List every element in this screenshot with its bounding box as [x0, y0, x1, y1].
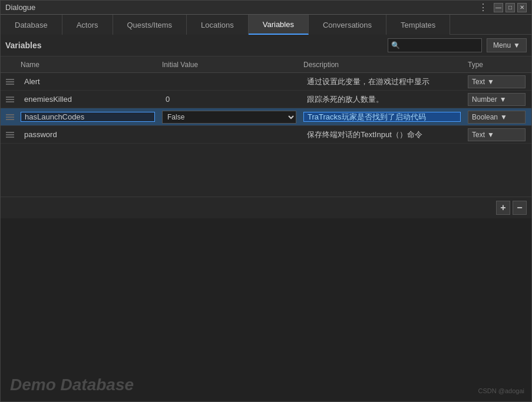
drag-handle-icon — [6, 77, 14, 87]
remove-variable-button[interactable]: − — [513, 201, 527, 215]
description-input[interactable] — [303, 95, 461, 104]
value-input[interactable] — [162, 95, 296, 104]
type-dropdown[interactable]: Number ▼ — [468, 93, 526, 106]
variables-toolbar: Variables 🔍 Menu ▼ — [1, 35, 531, 57]
value-input[interactable] — [162, 77, 296, 86]
type-value: Text — [472, 78, 485, 86]
value-select[interactable]: False True — [162, 111, 296, 124]
type-cell: Text ▼ — [464, 75, 529, 88]
search-wrap: 🔍 — [388, 38, 482, 52]
section-title: Variables — [5, 41, 383, 50]
value-input[interactable] — [162, 130, 296, 139]
variables-area: Variables 🔍 Menu ▼ Name Initial Value De… — [1, 35, 531, 218]
description-input[interactable] — [303, 77, 461, 86]
table-row[interactable]: Number ▼ — [1, 91, 531, 108]
type-cell: Boolean ▼ — [464, 111, 529, 124]
type-arrow-icon: ▼ — [487, 131, 494, 139]
type-arrow-icon: ▼ — [500, 113, 507, 121]
title-controls: ⋮ — □ ✕ — [478, 2, 527, 13]
th-name: Name — [17, 61, 158, 69]
type-value: Number — [472, 95, 497, 104]
tab-conversations[interactable]: Conversations — [309, 15, 386, 35]
table-row[interactable]: Text ▼ — [1, 126, 531, 144]
title-bar: Dialogue ⋮ — □ ✕ — [1, 1, 531, 15]
value-cell — [158, 130, 300, 139]
tab-quests-items[interactable]: Quests/Items — [113, 15, 187, 35]
content-area: Variables 🔍 Menu ▼ Name Initial Value De… — [1, 35, 531, 401]
drag-handle-icon — [6, 112, 14, 122]
drag-handle-cell — [3, 77, 17, 87]
drag-handle-icon — [6, 94, 14, 105]
value-dropdown-wrap: False True — [162, 111, 296, 124]
drag-handle-cell — [3, 129, 17, 140]
table-row[interactable]: Text ▼ — [1, 73, 531, 91]
more-options-icon[interactable]: ⋮ — [478, 2, 488, 13]
bottom-toolbar: + − — [1, 197, 531, 218]
name-cell — [17, 130, 158, 139]
type-dropdown[interactable]: Text ▼ — [468, 75, 526, 88]
minimize-button[interactable]: — — [494, 3, 503, 12]
main-window: Dialogue ⋮ — □ ✕ Database Actors Quests/… — [0, 0, 532, 402]
value-cell: False True — [158, 111, 300, 124]
drag-handle-cell — [3, 94, 17, 105]
name-input[interactable] — [21, 77, 155, 86]
type-dropdown[interactable]: Text ▼ — [468, 128, 526, 141]
type-cell: Text ▼ — [464, 128, 529, 141]
description-cell — [300, 95, 464, 104]
name-cell — [17, 77, 158, 86]
search-input[interactable] — [388, 38, 482, 52]
th-type: Type — [464, 61, 529, 69]
value-cell — [158, 95, 300, 104]
th-initial-value: Initial Value — [158, 61, 300, 69]
add-variable-button[interactable]: + — [496, 201, 510, 215]
tab-actors[interactable]: Actors — [62, 15, 113, 35]
table-body: Text ▼ — [1, 73, 531, 197]
drag-handle-icon — [6, 129, 14, 140]
type-dropdown[interactable]: Boolean ▼ — [468, 111, 526, 124]
name-input[interactable] — [21, 112, 155, 122]
description-cell — [300, 77, 464, 87]
tab-templates[interactable]: Templates — [386, 15, 450, 35]
menu-button[interactable]: Menu ▼ — [487, 38, 527, 52]
window-title: Dialogue — [5, 3, 478, 12]
name-cell — [17, 112, 158, 122]
description-input[interactable] — [303, 112, 461, 122]
type-value: Boolean — [472, 113, 498, 121]
value-cell — [158, 77, 300, 86]
table-row[interactable]: False True Boolean ▼ — [1, 108, 531, 126]
description-cell — [300, 130, 464, 139]
name-cell — [17, 95, 158, 104]
tab-database[interactable]: Database — [1, 15, 62, 35]
th-description: Description — [300, 61, 464, 69]
tab-locations[interactable]: Locations — [187, 15, 249, 35]
type-arrow-icon: ▼ — [487, 78, 494, 86]
type-cell: Number ▼ — [464, 93, 529, 106]
name-input[interactable] — [21, 95, 155, 104]
description-input[interactable] — [303, 130, 461, 139]
type-value: Text — [472, 131, 485, 139]
close-button[interactable]: ✕ — [517, 3, 527, 12]
name-input[interactable] — [21, 130, 155, 139]
lower-empty-area — [1, 218, 531, 402]
tab-bar: Database Actors Quests/Items Locations V… — [1, 15, 531, 35]
maximize-button[interactable]: □ — [505, 3, 515, 12]
table-header: Name Initial Value Description Type — [1, 57, 531, 73]
type-arrow-icon: ▼ — [500, 95, 507, 104]
tab-variables[interactable]: Variables — [249, 15, 309, 35]
drag-handle-cell — [3, 112, 17, 122]
description-cell — [300, 112, 464, 122]
